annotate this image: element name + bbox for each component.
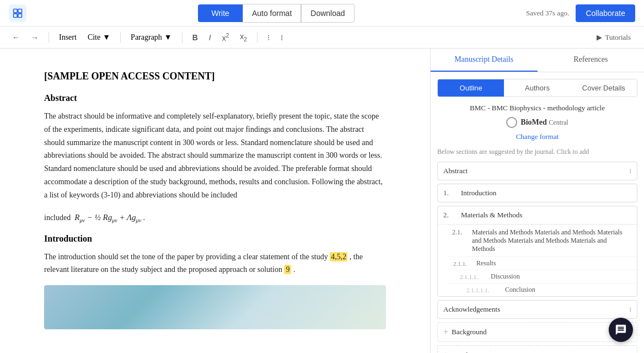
nav-center: Write Auto format Download xyxy=(198,4,354,23)
sub-21111-num: 2.1.1.1.1. xyxy=(466,287,502,293)
sub-2111-label: Discussion xyxy=(491,272,520,281)
svg-rect-1 xyxy=(18,9,22,13)
suggested-text: Below sections are suggested by the jour… xyxy=(437,148,637,156)
toolbar-sep-4 xyxy=(257,32,257,43)
intro-end: . xyxy=(293,265,296,274)
top-nav: Write Auto format Download Saved 37s ago… xyxy=(0,0,644,26)
sub-21-label: Materials and Methods Materials and Meth… xyxy=(472,228,631,253)
tab-references[interactable]: References xyxy=(538,49,645,72)
tab-manuscript-details[interactable]: Manuscript Details xyxy=(431,49,538,72)
cite-label: Cite xyxy=(88,33,100,42)
outline-bg-item[interactable]: + Background i xyxy=(438,323,637,341)
paragraph-dropdown[interactable]: Paragraph ▼ xyxy=(127,32,175,43)
sub-21111-label: Conclusion xyxy=(505,286,535,294)
ack-info-icon[interactable]: i xyxy=(629,305,631,314)
results-add-icon[interactable]: + xyxy=(443,350,448,353)
saved-status: Saved 37s ago. xyxy=(526,9,569,18)
main-layout: [SAMPLE OPEN ACCESS CONTENT] Abstract Th… xyxy=(0,49,644,353)
outline-background: + Background i xyxy=(437,322,637,342)
math-line: included Rμν − ½ Rgμν + Λgμν . xyxy=(44,211,386,225)
sub-item-21[interactable]: 2.1. Materials and Methods Materials and… xyxy=(447,224,637,256)
toolbar-sep-2 xyxy=(120,32,121,43)
svg-rect-2 xyxy=(14,13,18,17)
subtab-cover-details[interactable]: Cover Details xyxy=(571,79,637,97)
biomed-name: BioMed xyxy=(520,118,546,126)
nav-left xyxy=(9,4,26,22)
svg-rect-0 xyxy=(14,9,18,13)
toolbar: ← → Insert Cite ▼ Paragraph ▼ B I x2 x2 … xyxy=(0,26,644,49)
outline-acknowledgements: Acknowledgements i xyxy=(437,300,637,319)
toolbar-sep-1 xyxy=(49,32,49,43)
math-formula: Rμν − ½ Rgμν + Λgμν xyxy=(74,213,141,222)
sub-tabs: Outline Authors Cover Details xyxy=(437,79,637,97)
abstract-info-icon[interactable]: i xyxy=(629,167,631,175)
intro-body: The introduction should set the tone of … xyxy=(44,250,386,277)
sub-item-2111[interactable]: 2.1.1.1. Discussion xyxy=(447,270,637,283)
bold-button[interactable]: B xyxy=(189,32,201,43)
italic-button[interactable]: I xyxy=(206,32,214,43)
abstract-body: The abstract should be informative and c… xyxy=(44,110,386,202)
autoformat-button[interactable]: Auto format xyxy=(243,4,301,23)
tutorials-button[interactable]: ▶ Tutorials xyxy=(592,32,635,43)
sub-21-num: 2.1. xyxy=(452,228,468,237)
intro-num: 1. xyxy=(443,189,457,197)
intro-text-1: The introduction should set the tone of … xyxy=(44,253,328,261)
bg-add-icon[interactable]: + xyxy=(443,327,448,337)
redo-button[interactable]: → xyxy=(28,32,42,43)
align-right-button[interactable]: ⁞ xyxy=(277,32,286,43)
outline-materials-item[interactable]: 2. Materials & Methods xyxy=(438,206,637,224)
outline-results-item[interactable]: + Results i xyxy=(438,346,637,353)
cite-dropdown[interactable]: Cite ▼ xyxy=(84,32,114,43)
paragraph-chevron: ▼ xyxy=(164,33,172,42)
subtab-outline[interactable]: Outline xyxy=(438,79,504,97)
tutorials-label: Tutorials xyxy=(605,33,631,42)
panel-content: Outline Authors Cover Details BMC - BMC … xyxy=(431,72,644,353)
insert-dropdown[interactable]: Insert xyxy=(56,32,80,43)
undo-button[interactable]: ← xyxy=(9,32,23,43)
outline-materials: 2. Materials & Methods 2.1. Materials an… xyxy=(437,206,637,297)
materials-label: Materials & Methods xyxy=(461,211,631,220)
intro-refs: 4,5,2 xyxy=(330,252,347,261)
results-info-icon[interactable]: i xyxy=(629,351,631,353)
outline-abstract-item[interactable]: Abstract i xyxy=(438,162,637,180)
logo-icon xyxy=(9,4,26,22)
subtab-authors[interactable]: Authors xyxy=(504,79,570,97)
change-format-link[interactable]: Change format xyxy=(437,132,637,141)
materials-num: 2. xyxy=(443,211,457,220)
sub-item-21111[interactable]: 2.1.1.1.1. Conclusion xyxy=(447,283,637,296)
sub-211-label: Results xyxy=(476,259,496,268)
tutorials-icon: ▶ xyxy=(597,33,602,42)
superscript-button[interactable]: x2 xyxy=(219,31,233,44)
ack-label: Acknowledgements xyxy=(443,305,629,314)
toolbar-sep-3 xyxy=(182,32,183,43)
outline-intro-item[interactable]: 1. Introduction xyxy=(438,184,637,202)
align-left-button[interactable]: ⁝ xyxy=(264,32,273,43)
write-button[interactable]: Write xyxy=(198,4,242,22)
journal-info: BMC - BMC Biophysics - methodology artic… xyxy=(437,104,637,113)
chat-button[interactable] xyxy=(609,318,633,342)
intro-title: Introduction xyxy=(44,234,386,244)
paragraph-label: Paragraph xyxy=(131,33,162,42)
intro-ref2: 9 xyxy=(284,265,291,274)
sub-2111-num: 2.1.1.1. xyxy=(460,274,487,280)
collaborate-button[interactable]: Collaborate xyxy=(576,4,635,22)
subscript-button[interactable]: x2 xyxy=(237,31,250,44)
editor-area[interactable]: [SAMPLE OPEN ACCESS CONTENT] Abstract Th… xyxy=(0,49,430,353)
nav-right: Saved 37s ago. Collaborate xyxy=(526,4,635,22)
editor-main-title: [SAMPLE OPEN ACCESS CONTENT] xyxy=(44,71,386,82)
download-button[interactable]: Download xyxy=(301,4,354,23)
right-panel: Manuscript Details References Outline Au… xyxy=(430,49,644,353)
outline-ack-item[interactable]: Acknowledgements i xyxy=(438,301,637,318)
results-label: Results xyxy=(452,351,629,353)
bg-label: Background xyxy=(452,328,629,336)
sub-211-num: 2.1.1. xyxy=(453,260,473,267)
biomed-circle-icon xyxy=(506,117,517,128)
biomed-central: Central xyxy=(549,119,568,126)
intro-label: Introduction xyxy=(461,189,631,197)
outline-results: + Results i xyxy=(437,345,637,353)
svg-rect-3 xyxy=(18,13,22,17)
sub-item-211[interactable]: 2.1.1. Results xyxy=(447,256,637,270)
cite-chevron: ▼ xyxy=(103,33,110,42)
abstract-title: Abstract xyxy=(44,93,386,103)
insert-label: Insert xyxy=(59,33,77,42)
